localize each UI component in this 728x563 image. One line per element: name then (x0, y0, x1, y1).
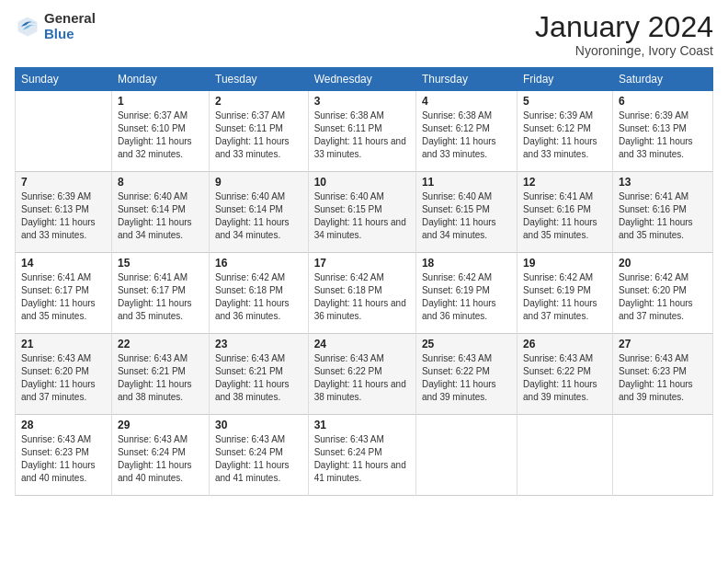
day-number: 23 (215, 338, 302, 350)
day-info: Sunrise: 6:42 AMSunset: 6:18 PMDaylight:… (314, 271, 410, 323)
logo-icon (15, 14, 40, 40)
calendar-cell: 15 Sunrise: 6:41 AMSunset: 6:17 PMDaylig… (111, 253, 209, 334)
week-row-0: 1 Sunrise: 6:37 AMSunset: 6:10 PMDayligh… (16, 91, 713, 172)
col-monday: Monday (111, 68, 209, 91)
calendar-cell: 3 Sunrise: 6:38 AMSunset: 6:11 PMDayligh… (308, 91, 415, 172)
day-info: Sunrise: 6:39 AMSunset: 6:13 PMDaylight:… (619, 109, 707, 161)
day-info: Sunrise: 6:40 AMSunset: 6:15 PMDaylight:… (422, 190, 511, 242)
day-number: 17 (314, 257, 410, 270)
day-number: 29 (118, 419, 203, 431)
calendar-cell: 16 Sunrise: 6:42 AMSunset: 6:18 PMDaylig… (210, 253, 309, 334)
location-subtitle: Nyoroninge, Ivory Coast (535, 43, 713, 58)
calendar-cell: 13 Sunrise: 6:41 AMSunset: 6:16 PMDaylig… (612, 172, 712, 253)
calendar-cell: 25 Sunrise: 6:43 AMSunset: 6:22 PMDaylig… (415, 334, 517, 415)
col-tuesday: Tuesday (210, 68, 309, 91)
calendar-cell: 21 Sunrise: 6:43 AMSunset: 6:20 PMDaylig… (16, 334, 112, 415)
day-number: 24 (314, 338, 410, 350)
calendar-cell: 26 Sunrise: 6:43 AMSunset: 6:22 PMDaylig… (518, 334, 613, 415)
day-info: Sunrise: 6:43 AMSunset: 6:22 PMDaylight:… (314, 352, 410, 404)
week-row-1: 7 Sunrise: 6:39 AMSunset: 6:13 PMDayligh… (16, 172, 713, 253)
day-info: Sunrise: 6:37 AMSunset: 6:10 PMDaylight:… (118, 109, 203, 161)
day-number: 1 (118, 95, 203, 108)
day-number: 20 (619, 257, 707, 270)
day-info: Sunrise: 6:43 AMSunset: 6:22 PMDaylight:… (523, 352, 607, 404)
calendar-table: Sunday Monday Tuesday Wednesday Thursday… (15, 67, 713, 496)
day-info: Sunrise: 6:40 AMSunset: 6:14 PMDaylight:… (118, 190, 203, 242)
logo-general-text: General (44, 11, 96, 27)
day-info: Sunrise: 6:42 AMSunset: 6:19 PMDaylight:… (523, 271, 607, 323)
logo: General Blue (15, 11, 96, 41)
day-number: 28 (21, 419, 106, 431)
col-wednesday: Wednesday (308, 68, 415, 91)
day-number: 27 (619, 338, 707, 350)
day-number: 5 (523, 95, 607, 108)
calendar-cell: 27 Sunrise: 6:43 AMSunset: 6:23 PMDaylig… (612, 334, 712, 415)
day-info: Sunrise: 6:40 AMSunset: 6:15 PMDaylight:… (314, 190, 410, 242)
calendar-cell: 4 Sunrise: 6:38 AMSunset: 6:12 PMDayligh… (415, 91, 517, 172)
day-info: Sunrise: 6:38 AMSunset: 6:12 PMDaylight:… (422, 109, 511, 161)
calendar-cell: 2 Sunrise: 6:37 AMSunset: 6:11 PMDayligh… (210, 91, 309, 172)
calendar-cell: 20 Sunrise: 6:42 AMSunset: 6:20 PMDaylig… (612, 253, 712, 334)
calendar-cell: 10 Sunrise: 6:40 AMSunset: 6:15 PMDaylig… (308, 172, 415, 253)
day-number: 3 (314, 95, 410, 108)
day-info: Sunrise: 6:43 AMSunset: 6:24 PMDaylight:… (314, 433, 410, 485)
week-row-2: 14 Sunrise: 6:41 AMSunset: 6:17 PMDaylig… (16, 253, 713, 334)
calendar-cell: 5 Sunrise: 6:39 AMSunset: 6:12 PMDayligh… (518, 91, 613, 172)
day-number: 2 (215, 95, 302, 108)
day-info: Sunrise: 6:41 AMSunset: 6:16 PMDaylight:… (619, 190, 707, 242)
main-container: General Blue January 2024 Nyoroninge, Iv… (0, 0, 728, 503)
day-info: Sunrise: 6:43 AMSunset: 6:23 PMDaylight:… (21, 433, 106, 485)
calendar-cell: 11 Sunrise: 6:40 AMSunset: 6:15 PMDaylig… (415, 172, 517, 253)
day-info: Sunrise: 6:39 AMSunset: 6:12 PMDaylight:… (523, 109, 607, 161)
calendar-cell: 28 Sunrise: 6:43 AMSunset: 6:23 PMDaylig… (16, 415, 112, 496)
day-number: 4 (422, 95, 511, 108)
calendar-cell: 30 Sunrise: 6:43 AMSunset: 6:24 PMDaylig… (210, 415, 309, 496)
col-sunday: Sunday (16, 68, 112, 91)
calendar-cell (16, 91, 112, 172)
day-number: 7 (21, 176, 106, 189)
calendar-cell: 12 Sunrise: 6:41 AMSunset: 6:16 PMDaylig… (518, 172, 613, 253)
day-number: 22 (118, 338, 203, 350)
week-row-4: 28 Sunrise: 6:43 AMSunset: 6:23 PMDaylig… (16, 415, 713, 496)
week-row-3: 21 Sunrise: 6:43 AMSunset: 6:20 PMDaylig… (16, 334, 713, 415)
calendar-cell: 8 Sunrise: 6:40 AMSunset: 6:14 PMDayligh… (111, 172, 209, 253)
logo-text: General Blue (44, 11, 96, 41)
calendar-cell: 6 Sunrise: 6:39 AMSunset: 6:13 PMDayligh… (612, 91, 712, 172)
calendar-cell: 23 Sunrise: 6:43 AMSunset: 6:21 PMDaylig… (210, 334, 309, 415)
day-number: 16 (215, 257, 302, 270)
day-info: Sunrise: 6:41 AMSunset: 6:17 PMDaylight:… (21, 271, 106, 323)
day-number: 13 (619, 176, 707, 189)
day-number: 15 (118, 257, 203, 270)
calendar-cell (612, 415, 712, 496)
day-number: 18 (422, 257, 511, 270)
day-info: Sunrise: 6:37 AMSunset: 6:11 PMDaylight:… (215, 109, 302, 161)
day-info: Sunrise: 6:39 AMSunset: 6:13 PMDaylight:… (21, 190, 106, 242)
calendar-cell: 22 Sunrise: 6:43 AMSunset: 6:21 PMDaylig… (111, 334, 209, 415)
calendar-cell: 31 Sunrise: 6:43 AMSunset: 6:24 PMDaylig… (308, 415, 415, 496)
logo-blue-text: Blue (44, 27, 96, 42)
day-info: Sunrise: 6:38 AMSunset: 6:11 PMDaylight:… (314, 109, 410, 161)
day-info: Sunrise: 6:43 AMSunset: 6:24 PMDaylight:… (118, 433, 203, 485)
day-info: Sunrise: 6:42 AMSunset: 6:20 PMDaylight:… (619, 271, 707, 323)
day-number: 9 (215, 176, 302, 189)
calendar-cell: 14 Sunrise: 6:41 AMSunset: 6:17 PMDaylig… (16, 253, 112, 334)
calendar-cell (518, 415, 613, 496)
day-number: 30 (215, 419, 302, 431)
day-number: 19 (523, 257, 607, 270)
day-number: 6 (619, 95, 707, 108)
calendar-cell: 19 Sunrise: 6:42 AMSunset: 6:19 PMDaylig… (518, 253, 613, 334)
day-number: 8 (118, 176, 203, 189)
day-info: Sunrise: 6:43 AMSunset: 6:20 PMDaylight:… (21, 352, 106, 404)
day-number: 11 (422, 176, 511, 189)
day-number: 26 (523, 338, 607, 350)
day-info: Sunrise: 6:41 AMSunset: 6:17 PMDaylight:… (118, 271, 203, 323)
col-friday: Friday (518, 68, 613, 91)
calendar-cell: 9 Sunrise: 6:40 AMSunset: 6:14 PMDayligh… (210, 172, 309, 253)
calendar-cell: 18 Sunrise: 6:42 AMSunset: 6:19 PMDaylig… (415, 253, 517, 334)
calendar-cell: 29 Sunrise: 6:43 AMSunset: 6:24 PMDaylig… (111, 415, 209, 496)
header: General Blue January 2024 Nyoroninge, Iv… (15, 11, 713, 58)
month-title: January 2024 (535, 11, 713, 43)
col-saturday: Saturday (612, 68, 712, 91)
day-number: 21 (21, 338, 106, 350)
calendar-cell: 24 Sunrise: 6:43 AMSunset: 6:22 PMDaylig… (308, 334, 415, 415)
